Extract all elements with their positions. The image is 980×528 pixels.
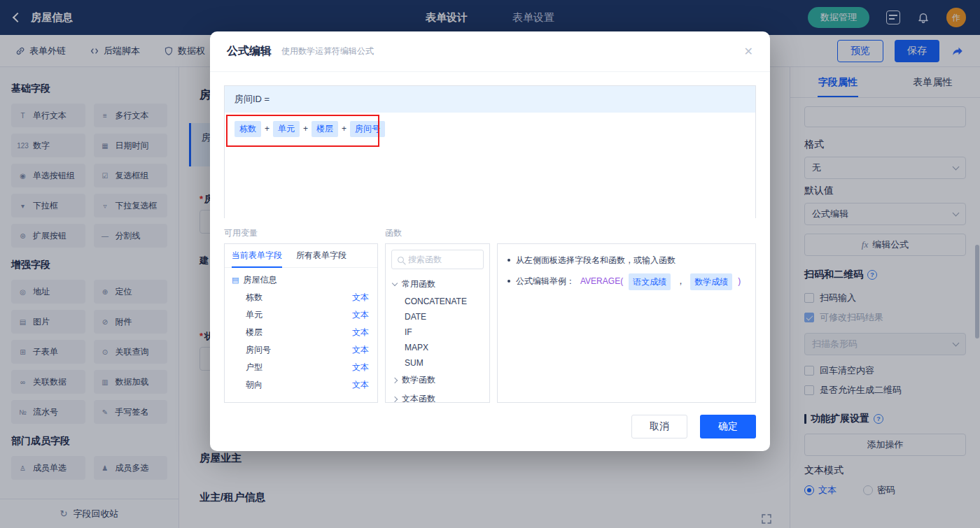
chevron-down-icon: [392, 280, 398, 286]
variable-type-tag: 文本: [352, 327, 369, 338]
formula-token[interactable]: 单元: [273, 121, 300, 137]
variable-row[interactable]: 楼层文本: [225, 324, 377, 341]
plus-operator: +: [265, 124, 270, 134]
variable-row[interactable]: 栋数文本: [225, 289, 377, 306]
dialog-subtitle: 使用数学运算符编辑公式: [281, 45, 374, 57]
variable-row[interactable]: 朝向文本: [225, 376, 377, 394]
function-item[interactable]: MAPX: [386, 340, 489, 355]
function-item[interactable]: SUM: [386, 355, 489, 371]
formula-target: 房间ID =: [225, 86, 755, 113]
plus-operator: +: [303, 124, 308, 134]
function-group-common[interactable]: 常用函数: [386, 275, 489, 294]
file-icon: ▤: [232, 276, 239, 285]
formula-token[interactable]: 楼层: [312, 121, 338, 137]
close-icon[interactable]: ✕: [744, 45, 753, 58]
example-field-chip: 数学成绩: [690, 273, 732, 290]
chevron-right-icon: [392, 396, 398, 401]
function-item[interactable]: CONCATENATE: [386, 294, 489, 309]
function-search[interactable]: [391, 250, 484, 269]
formula-token[interactable]: 栋数: [234, 121, 261, 137]
dialog-title: 公式编辑: [227, 44, 272, 59]
chevron-right-icon: [392, 377, 398, 383]
form-node[interactable]: ▤ 房屋信息: [225, 268, 377, 289]
variable-type-tag: 文本: [352, 379, 369, 391]
function-group-text[interactable]: 文本函数: [386, 390, 489, 403]
tab-all-form-fields[interactable]: 所有表单字段: [289, 244, 354, 267]
example-field-chip: 语文成绩: [629, 273, 671, 290]
function-name: AVERAGE(: [580, 273, 623, 289]
variable-row[interactable]: 房间号文本: [225, 341, 377, 359]
function-search-input[interactable]: [408, 255, 477, 264]
formula-dialog: 公式编辑 使用数学运算符编辑公式 ✕ 房间ID = 栋数+单元+楼层+房间号 可…: [210, 31, 770, 451]
functions-panel: 常用函数 CONCATENATE DATE IF MAPX SUM 数学函数 文…: [385, 243, 490, 403]
variable-type-tag: 文本: [352, 362, 369, 373]
variable-row[interactable]: 单元文本: [225, 306, 377, 324]
variable-row[interactable]: 户型文本: [225, 359, 377, 376]
function-item[interactable]: IF: [386, 324, 489, 340]
confirm-button[interactable]: 确定: [700, 415, 756, 438]
bullet-icon: [507, 259, 510, 262]
bullet-icon: [507, 280, 510, 283]
function-item[interactable]: DATE: [386, 309, 489, 324]
plus-operator: +: [342, 124, 346, 134]
variables-panel: 当前表单字段 所有表单字段 ▤ 房屋信息 栋数文本 单元文本 楼层文本 房间号文…: [224, 243, 378, 403]
functions-label: 函数: [385, 227, 402, 239]
search-icon: [398, 257, 404, 263]
formula-token[interactable]: 房间号: [350, 121, 385, 137]
formula-input-area[interactable]: 栋数+单元+楼层+房间号: [225, 113, 755, 218]
tab-current-form-fields[interactable]: 当前表单字段: [225, 244, 289, 267]
help-panel: 从左侧面板选择字段名和函数，或输入函数 公式编辑举例：AVERAGE(语文成绩，…: [497, 243, 756, 403]
function-group-math[interactable]: 数学函数: [386, 371, 489, 390]
variables-label: 可用变量: [224, 227, 258, 239]
variable-type-tag: 文本: [352, 309, 369, 321]
cancel-button[interactable]: 取消: [631, 415, 687, 438]
formula-editor: 房间ID = 栋数+单元+楼层+房间号: [224, 85, 756, 218]
variable-type-tag: 文本: [352, 344, 369, 356]
variable-type-tag: 文本: [352, 292, 369, 304]
